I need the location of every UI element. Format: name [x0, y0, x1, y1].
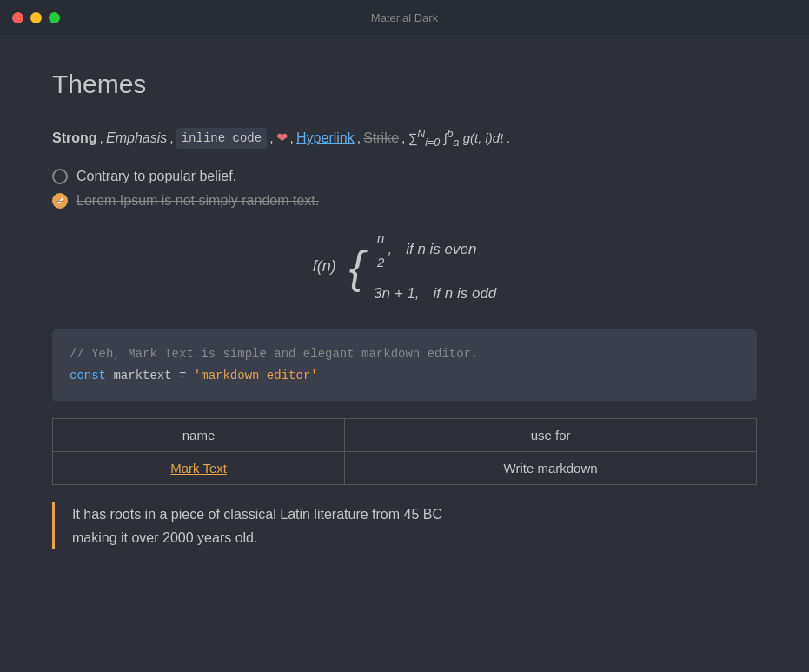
comma5: , — [357, 127, 361, 150]
checkbox-unchecked-icon[interactable] — [52, 169, 68, 184]
minimize-button[interactable] — [30, 12, 42, 23]
hyperlink-text[interactable]: Hyperlink — [296, 127, 355, 150]
math-case-1: n 2 , if n is even — [374, 226, 496, 274]
code-string: 'markdown editor' — [194, 369, 318, 383]
table-cell-usefor: Write markdown — [345, 451, 757, 484]
titlebar: Material Dark — [0, 0, 809, 35]
heart-icon: ❤ — [276, 127, 288, 150]
code-block: // Yeh, Mark Text is simple and elegant … — [52, 329, 757, 401]
checkbox-label-2: Lorem Ipsum is not simply random text. — [76, 193, 319, 209]
comma1: , — [100, 127, 103, 150]
traffic-lights — [12, 12, 60, 23]
table-header-row: name use for — [53, 418, 757, 451]
math-cases: n 2 , if n is even 3n + 1, if n is odd — [374, 226, 496, 308]
comma6: , — [401, 127, 405, 150]
maximize-button[interactable] — [49, 12, 60, 23]
code-keyword: const — [70, 369, 106, 383]
code-equals: = — [179, 369, 186, 383]
text-inline-code: inline code — [176, 128, 267, 149]
checkbox-list: Contrary to popular belief. ✓ Lorem Ipsu… — [52, 169, 757, 209]
checkmark-icon: ✓ — [56, 196, 64, 207]
checkbox-label-1: Contrary to popular belief. — [76, 169, 236, 184]
blockquote-line1: It has roots in a piece of classical Lat… — [72, 502, 757, 526]
table-header-usefor: use for — [345, 418, 757, 451]
main-content: Themes Strong, Emphasis, inline code , ❤… — [0, 35, 809, 584]
inline-formatting-row: Strong, Emphasis, inline code , ❤, Hyper… — [52, 125, 757, 151]
code-line-2: const marktext = 'markdown editor' — [70, 365, 739, 387]
close-button[interactable] — [12, 12, 23, 23]
markdown-table: name use for Mark Text Write markdown — [52, 418, 757, 485]
math-block: f(n) { n 2 , if n is even 3n + 1, if n i… — [52, 226, 757, 308]
table-header-name: name — [53, 418, 345, 451]
comma2: , — [169, 127, 173, 150]
checkbox-item-1[interactable]: Contrary to popular belief. — [52, 169, 757, 184]
table-row: Mark Text Write markdown — [53, 451, 757, 484]
blockquote-line2: making it over 2000 years old. — [72, 526, 757, 549]
comma4: , — [290, 127, 294, 150]
math-fn: f(n) — [313, 257, 336, 275]
titlebar-title: Material Dark — [371, 11, 438, 24]
text-strong: Strong — [52, 127, 97, 150]
page-title: Themes — [52, 70, 757, 99]
code-comment: // Yeh, Mark Text is simple and elegant … — [70, 347, 478, 361]
math-case2-expr: 3n + 1, — [374, 281, 419, 308]
math-case1-cond: if n is even — [406, 236, 476, 263]
table-cell-name[interactable]: Mark Text — [53, 451, 345, 484]
checkbox-checked-icon[interactable]: ✓ — [52, 193, 68, 209]
math-inline: ∑Ni=0 ∫ba g(t, i)dt . — [408, 125, 511, 151]
comma3: , — [269, 127, 273, 150]
code-variable: marktext — [113, 369, 179, 383]
math-case-2: 3n + 1, if n is odd — [374, 281, 496, 308]
math-case2-cond: if n is odd — [434, 281, 497, 308]
strikethrough-text: Strike — [363, 127, 399, 150]
math-brace-icon: { — [349, 242, 364, 292]
code-comment-line: // Yeh, Mark Text is simple and elegant … — [70, 343, 739, 365]
text-emphasis: Emphasis — [106, 127, 167, 150]
math-case1-expr: n 2 , — [374, 226, 392, 274]
checkbox-item-2[interactable]: ✓ Lorem Ipsum is not simply random text. — [52, 193, 757, 209]
blockquote: It has roots in a piece of classical Lat… — [52, 502, 757, 549]
